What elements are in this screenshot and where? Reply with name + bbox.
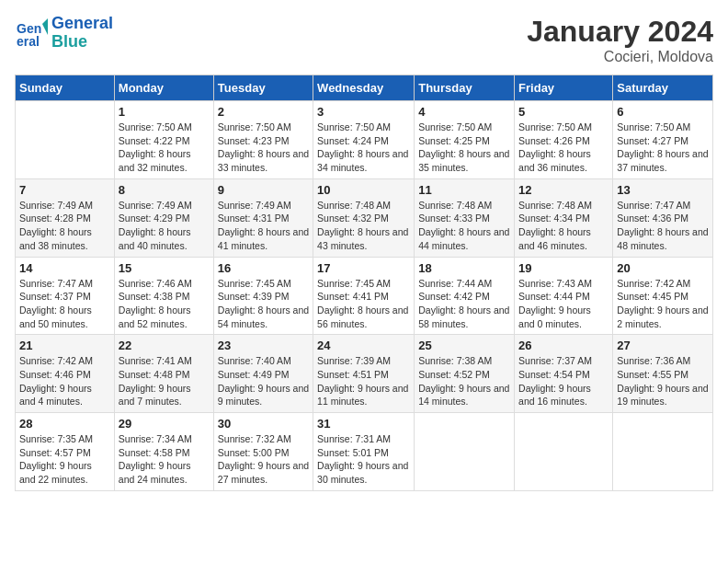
daylight-text: Daylight: 9 hours and 30 minutes.: [317, 460, 408, 485]
day-info: Sunrise: 7:38 AM Sunset: 4:52 PM Dayligh…: [418, 354, 510, 408]
table-row: 15 Sunrise: 7:46 AM Sunset: 4:38 PM Dayl…: [114, 257, 213, 335]
sunrise-text: Sunrise: 7:42 AM: [617, 278, 690, 289]
daylight-text: Daylight: 9 hours and 22 minutes.: [19, 460, 92, 485]
table-row: 2 Sunrise: 7:50 AM Sunset: 4:23 PM Dayli…: [213, 101, 313, 179]
sunset-text: Sunset: 4:22 PM: [119, 135, 190, 146]
day-info: Sunrise: 7:49 AM Sunset: 4:29 PM Dayligh…: [119, 199, 210, 253]
table-row: 5 Sunrise: 7:50 AM Sunset: 4:26 PM Dayli…: [515, 101, 613, 179]
sunrise-text: Sunrise: 7:50 AM: [218, 121, 291, 132]
table-row: 12 Sunrise: 7:48 AM Sunset: 4:34 PM Dayl…: [515, 178, 613, 257]
daylight-text: Daylight: 8 hours and 52 minutes.: [119, 304, 191, 329]
day-number: 29: [119, 417, 210, 431]
day-number: 15: [119, 261, 210, 275]
sunset-text: Sunset: 4:28 PM: [19, 213, 91, 224]
table-row: 1 Sunrise: 7:50 AM Sunset: 4:22 PM Dayli…: [114, 101, 213, 179]
day-number: 10: [317, 183, 410, 197]
daylight-text: Daylight: 9 hours and 14 minutes.: [418, 383, 509, 408]
sunrise-text: Sunrise: 7:41 AM: [119, 355, 192, 366]
header-wednesday: Wednesday: [313, 75, 415, 101]
sunrise-text: Sunrise: 7:49 AM: [218, 200, 291, 211]
day-info: Sunrise: 7:47 AM Sunset: 4:36 PM Dayligh…: [617, 199, 709, 253]
calendar-week-row: 28 Sunrise: 7:35 AM Sunset: 4:57 PM Dayl…: [16, 413, 713, 491]
daylight-text: Daylight: 8 hours and 44 minutes.: [418, 226, 509, 251]
table-row: 9 Sunrise: 7:49 AM Sunset: 4:31 PM Dayli…: [213, 178, 313, 257]
sunrise-text: Sunrise: 7:50 AM: [617, 121, 690, 132]
day-info: Sunrise: 7:48 AM Sunset: 4:32 PM Dayligh…: [317, 199, 410, 253]
sunset-text: Sunset: 4:55 PM: [617, 369, 688, 380]
day-info: Sunrise: 7:35 AM Sunset: 4:57 PM Dayligh…: [19, 432, 110, 487]
table-row: 13 Sunrise: 7:47 AM Sunset: 4:36 PM Dayl…: [613, 178, 713, 257]
table-row: 20 Sunrise: 7:42 AM Sunset: 4:45 PM Dayl…: [613, 257, 713, 335]
table-row: 17 Sunrise: 7:45 AM Sunset: 4:41 PM Dayl…: [313, 257, 415, 335]
svg-text:eral: eral: [17, 34, 40, 49]
day-info: Sunrise: 7:36 AM Sunset: 4:55 PM Dayligh…: [617, 354, 709, 408]
day-info: Sunrise: 7:48 AM Sunset: 4:34 PM Dayligh…: [518, 199, 609, 253]
sunrise-text: Sunrise: 7:47 AM: [617, 200, 690, 211]
sunset-text: Sunset: 4:41 PM: [317, 291, 389, 302]
day-number: 2: [218, 105, 309, 119]
daylight-text: Daylight: 8 hours and 56 minutes.: [317, 304, 408, 329]
sunrise-text: Sunrise: 7:49 AM: [119, 200, 192, 211]
day-number: 9: [218, 183, 309, 197]
sunrise-text: Sunrise: 7:46 AM: [119, 278, 192, 289]
sunrise-text: Sunrise: 7:50 AM: [518, 121, 592, 132]
table-row: [16, 101, 115, 179]
logo-icon: Gen eral: [15, 17, 48, 50]
day-number: 20: [617, 261, 709, 275]
day-info: Sunrise: 7:44 AM Sunset: 4:42 PM Dayligh…: [418, 277, 510, 331]
day-number: 3: [317, 105, 410, 119]
sunrise-text: Sunrise: 7:35 AM: [19, 433, 93, 444]
table-row: [515, 413, 613, 491]
header-monday: Monday: [114, 75, 213, 101]
sunrise-text: Sunrise: 7:40 AM: [218, 355, 291, 366]
day-info: Sunrise: 7:49 AM Sunset: 4:31 PM Dayligh…: [218, 199, 309, 253]
daylight-text: Daylight: 9 hours and 24 minutes.: [119, 460, 191, 485]
table-row: 11 Sunrise: 7:48 AM Sunset: 4:33 PM Dayl…: [415, 178, 515, 257]
day-number: 31: [317, 417, 410, 431]
sunset-text: Sunset: 4:24 PM: [317, 135, 389, 146]
day-info: Sunrise: 7:31 AM Sunset: 5:01 PM Dayligh…: [317, 432, 410, 487]
day-info: Sunrise: 7:42 AM Sunset: 4:45 PM Dayligh…: [617, 277, 709, 331]
header-thursday: Thursday: [415, 75, 515, 101]
sunset-text: Sunset: 4:27 PM: [617, 135, 688, 146]
sunrise-text: Sunrise: 7:48 AM: [418, 200, 492, 211]
table-row: 6 Sunrise: 7:50 AM Sunset: 4:27 PM Dayli…: [613, 101, 713, 179]
daylight-text: Daylight: 8 hours and 32 minutes.: [119, 148, 191, 173]
daylight-text: Daylight: 8 hours and 38 minutes.: [19, 226, 92, 251]
day-info: Sunrise: 7:39 AM Sunset: 4:51 PM Dayligh…: [317, 354, 410, 408]
table-row: 19 Sunrise: 7:43 AM Sunset: 4:44 PM Dayl…: [515, 257, 613, 335]
sunrise-text: Sunrise: 7:45 AM: [317, 278, 391, 289]
sunset-text: Sunset: 4:39 PM: [218, 291, 290, 302]
sunrise-text: Sunrise: 7:39 AM: [317, 355, 391, 366]
day-info: Sunrise: 7:49 AM Sunset: 4:28 PM Dayligh…: [19, 199, 110, 253]
table-row: 30 Sunrise: 7:32 AM Sunset: 5:00 PM Dayl…: [213, 413, 313, 491]
day-info: Sunrise: 7:45 AM Sunset: 4:39 PM Dayligh…: [218, 277, 309, 331]
table-row: 3 Sunrise: 7:50 AM Sunset: 4:24 PM Dayli…: [313, 101, 415, 179]
calendar-week-row: 7 Sunrise: 7:49 AM Sunset: 4:28 PM Dayli…: [16, 178, 713, 257]
sunset-text: Sunset: 4:34 PM: [518, 213, 590, 224]
sunrise-text: Sunrise: 7:48 AM: [317, 200, 391, 211]
daylight-text: Daylight: 9 hours and 4 minutes.: [19, 383, 92, 408]
table-row: 28 Sunrise: 7:35 AM Sunset: 4:57 PM Dayl…: [16, 413, 115, 491]
daylight-text: Daylight: 9 hours and 9 minutes.: [218, 383, 309, 408]
sunset-text: Sunset: 4:37 PM: [19, 291, 91, 302]
day-number: 26: [518, 339, 609, 352]
sunrise-text: Sunrise: 7:50 AM: [119, 121, 192, 132]
day-info: Sunrise: 7:50 AM Sunset: 4:25 PM Dayligh…: [418, 121, 510, 175]
table-row: 27 Sunrise: 7:36 AM Sunset: 4:55 PM Dayl…: [613, 335, 713, 413]
sunset-text: Sunset: 5:01 PM: [317, 447, 389, 458]
daylight-text: Daylight: 8 hours and 37 minutes.: [617, 148, 708, 173]
daylight-text: Daylight: 8 hours and 35 minutes.: [418, 148, 509, 173]
table-row: 23 Sunrise: 7:40 AM Sunset: 4:49 PM Dayl…: [213, 335, 313, 413]
table-row: 31 Sunrise: 7:31 AM Sunset: 5:01 PM Dayl…: [313, 413, 415, 491]
calendar-header-row: Sunday Monday Tuesday Wednesday Thursday…: [16, 75, 713, 101]
day-info: Sunrise: 7:47 AM Sunset: 4:37 PM Dayligh…: [19, 277, 110, 331]
day-info: Sunrise: 7:43 AM Sunset: 4:44 PM Dayligh…: [518, 277, 609, 331]
sunset-text: Sunset: 4:58 PM: [119, 447, 190, 458]
sunrise-text: Sunrise: 7:37 AM: [518, 355, 592, 366]
sunrise-text: Sunrise: 7:42 AM: [19, 355, 93, 366]
month-title: January 2024: [527, 15, 713, 49]
daylight-text: Daylight: 9 hours and 0 minutes.: [518, 304, 591, 329]
header-saturday: Saturday: [613, 75, 713, 101]
day-info: Sunrise: 7:45 AM Sunset: 4:41 PM Dayligh…: [317, 277, 410, 331]
